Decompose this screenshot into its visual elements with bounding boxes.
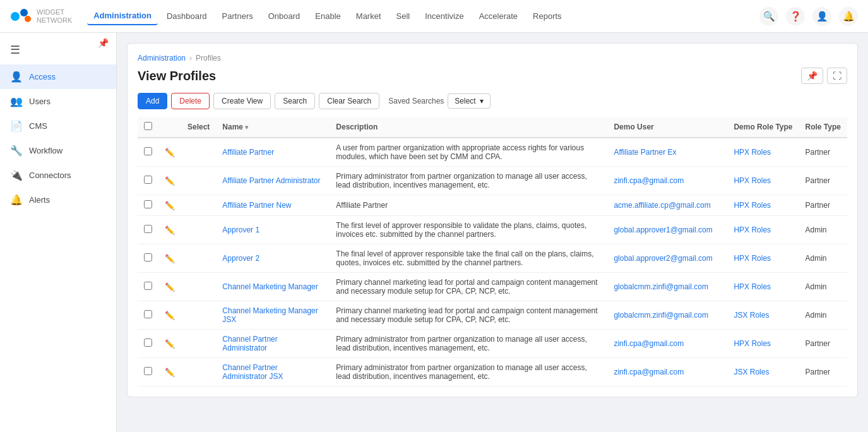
- edit-icon[interactable]: ✏️: [165, 254, 175, 263]
- row-demo-user-cell: Affiliate Partner Ex: [607, 138, 727, 167]
- profile-name-link[interactable]: Channel Marketing Manager JSX: [222, 306, 318, 324]
- page-title-row: View Profiles 📌 ⛶: [138, 68, 847, 84]
- row-checkbox[interactable]: [144, 339, 152, 347]
- select-all-checkbox[interactable]: [144, 122, 152, 130]
- edit-icon[interactable]: ✏️: [165, 339, 175, 349]
- demo-role-link[interactable]: HPX Roles: [734, 201, 771, 210]
- demo-role-link[interactable]: HPX Roles: [734, 176, 771, 185]
- row-checkbox[interactable]: [144, 147, 152, 155]
- row-name-cell: Approver 1: [216, 216, 330, 244]
- profile-name-link[interactable]: Approver 2: [222, 254, 259, 263]
- row-name-cell: Affiliate Partner: [216, 138, 330, 167]
- nav-sell[interactable]: Sell: [390, 8, 417, 25]
- user-profile-button[interactable]: 👤: [812, 7, 831, 26]
- row-checkbox[interactable]: [144, 253, 152, 261]
- demo-user-link[interactable]: global.approver1@gmail.com: [614, 225, 712, 234]
- sidebar-pin-icon[interactable]: 📌: [98, 38, 109, 48]
- demo-role-link[interactable]: HPX Roles: [734, 339, 771, 348]
- row-checkbox-cell: [138, 301, 158, 330]
- demo-role-link[interactable]: HPX Roles: [734, 254, 771, 263]
- demo-user-link[interactable]: acme.affiliate.cp@gmail.com: [614, 201, 710, 210]
- edit-icon[interactable]: ✏️: [165, 311, 175, 320]
- demo-role-link[interactable]: JSX Roles: [734, 311, 769, 320]
- demo-role-link[interactable]: HPX Roles: [734, 225, 771, 234]
- demo-role-link[interactable]: JSX Roles: [734, 368, 769, 376]
- col-header-select: Select: [181, 117, 216, 138]
- profile-name-link[interactable]: Channel Partner Administrator: [222, 335, 277, 352]
- help-button[interactable]: ❓: [786, 7, 805, 26]
- nav-partners[interactable]: Partners: [216, 8, 259, 25]
- profile-name-link[interactable]: Affiliate Partner: [222, 148, 274, 157]
- sidebar-item-alerts[interactable]: 🔔 Alerts: [0, 188, 116, 212]
- sidebar: ☰ 📌 👤 Access 👥 Users 📄 CMS 🔧 Workflow 🔌 …: [0, 33, 117, 432]
- edit-icon[interactable]: ✏️: [165, 148, 175, 157]
- col-header-name[interactable]: Name ▾: [216, 117, 330, 138]
- row-checkbox[interactable]: [144, 282, 152, 290]
- row-name-cell: Channel Marketing Manager JSX: [216, 301, 330, 330]
- sidebar-item-users[interactable]: 👥 Users: [0, 89, 116, 114]
- saved-searches-select[interactable]: Select ▾: [448, 93, 490, 109]
- delete-button[interactable]: Delete: [171, 93, 210, 109]
- row-checkbox[interactable]: [144, 225, 152, 233]
- notifications-button[interactable]: 🔔: [839, 7, 858, 26]
- nav-enable[interactable]: Enable: [309, 8, 347, 25]
- profile-name-link[interactable]: Affiliate Partner Administrator: [222, 176, 320, 185]
- edit-icon[interactable]: ✏️: [165, 225, 175, 235]
- row-checkbox[interactable]: [144, 176, 152, 184]
- nav-reports[interactable]: Reports: [526, 8, 568, 25]
- nav-accelerate[interactable]: Accelerate: [473, 8, 524, 25]
- fullscreen-button[interactable]: ⛶: [827, 68, 847, 84]
- chevron-down-icon: ▾: [480, 97, 484, 105]
- edit-icon[interactable]: ✏️: [165, 368, 175, 377]
- connectors-icon: 🔌: [10, 169, 23, 181]
- add-button[interactable]: Add: [138, 93, 167, 109]
- demo-user-link[interactable]: zinfi.cpa@gmail.com: [614, 339, 684, 348]
- nav-administration[interactable]: Administration: [87, 7, 158, 25]
- row-checkbox[interactable]: [144, 367, 152, 375]
- sidebar-label-connectors: Connectors: [29, 171, 71, 180]
- sidebar-item-access[interactable]: 👤 Access: [0, 64, 116, 89]
- main-content: Administration › Profiles View Profiles …: [117, 33, 868, 432]
- demo-role-link[interactable]: HPX Roles: [734, 148, 771, 157]
- demo-user-link[interactable]: zinfi.cpa@gmail.com: [614, 176, 684, 185]
- col-header-demo-role-type: Demo Role Type: [727, 117, 799, 138]
- table-row: ✏️ Channel Marketing Manager Primary cha…: [138, 273, 847, 301]
- profile-name-link[interactable]: Channel Marketing Manager: [222, 282, 318, 291]
- clear-search-button[interactable]: Clear Search: [319, 93, 379, 109]
- nav-incentivize[interactable]: Incentivize: [419, 8, 470, 25]
- nav-market[interactable]: Market: [350, 8, 388, 25]
- profile-name-link[interactable]: Affiliate Partner New: [222, 201, 291, 210]
- edit-icon[interactable]: ✏️: [165, 282, 175, 292]
- search-button[interactable]: 🔍: [759, 7, 778, 26]
- sidebar-item-connectors[interactable]: 🔌 Connectors: [0, 163, 116, 188]
- sidebar-item-cms[interactable]: 📄 CMS: [0, 114, 116, 138]
- nav-onboard[interactable]: Onboard: [262, 8, 307, 25]
- demo-user-link[interactable]: Affiliate Partner Ex: [614, 148, 676, 157]
- row-edit-cell: ✏️: [158, 138, 181, 167]
- demo-user-link[interactable]: globalcmm.zinfi@gmail.com: [614, 282, 708, 291]
- profile-name-link[interactable]: Approver 1: [222, 225, 259, 234]
- demo-user-link[interactable]: globalcmm.zinfi@gmail.com: [614, 311, 708, 320]
- demo-role-link[interactable]: HPX Roles: [734, 282, 771, 291]
- row-checkbox-cell: [138, 216, 158, 244]
- row-demo-role-cell: HPX Roles: [727, 244, 799, 273]
- create-view-button[interactable]: Create View: [213, 93, 271, 109]
- edit-icon[interactable]: ✏️: [165, 201, 175, 210]
- nav-dashboard[interactable]: Dashboard: [160, 8, 213, 25]
- search-button[interactable]: Search: [275, 93, 315, 109]
- sidebar-item-workflow[interactable]: 🔧 Workflow: [0, 138, 116, 163]
- row-checkbox[interactable]: [144, 200, 152, 208]
- row-checkbox-cell: [138, 195, 158, 216]
- edit-icon[interactable]: ✏️: [165, 176, 175, 186]
- breadcrumb-parent[interactable]: Administration: [138, 54, 186, 63]
- row-role-type-cell: Partner: [799, 330, 847, 358]
- col-header-edit: [158, 117, 181, 138]
- row-edit-cell: ✏️: [158, 195, 181, 216]
- users-icon: 👥: [10, 95, 23, 107]
- row-demo-role-cell: JSX Roles: [727, 301, 799, 330]
- row-checkbox[interactable]: [144, 310, 152, 318]
- profile-name-link[interactable]: Channel Partner Administrator JSX: [222, 363, 283, 381]
- unpin-button[interactable]: 📌: [801, 68, 823, 84]
- demo-user-link[interactable]: global.approver2@gmail.com: [614, 254, 712, 263]
- demo-user-link[interactable]: zinfi.cpa@gmail.com: [614, 368, 684, 376]
